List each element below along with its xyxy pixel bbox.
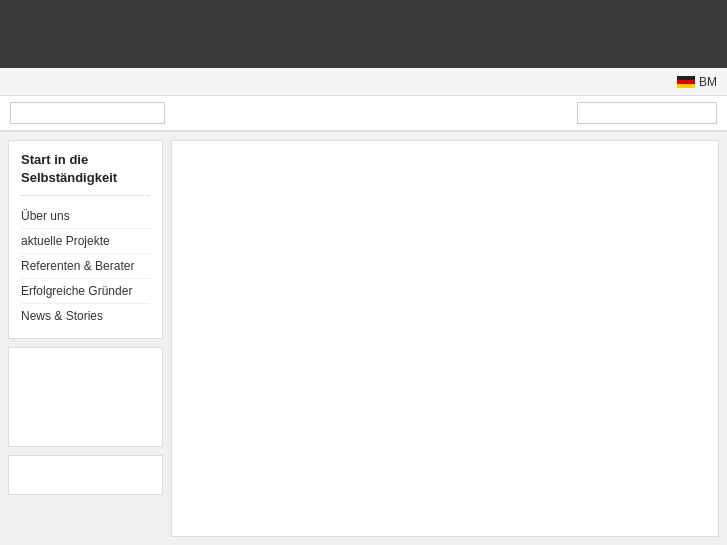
nav-left [10, 102, 165, 124]
sidebar: Start in die Selbständigkeit Über uns ak… [8, 140, 163, 537]
sidebar-nav-box: Start in die Selbständigkeit Über uns ak… [8, 140, 163, 339]
nav-bar [0, 96, 727, 132]
flag-icon [677, 76, 695, 88]
sub-header: BM [0, 68, 727, 96]
nav-search-input-right[interactable] [577, 102, 717, 124]
sidebar-box-secondary [8, 347, 163, 447]
sidebar-item-referenten-berater[interactable]: Referenten & Berater [21, 254, 150, 279]
nav-search-input-left[interactable] [10, 102, 165, 124]
top-header [0, 0, 727, 68]
sidebar-item-erfolgreiche-gruender[interactable]: Erfolgreiche Gründer [21, 279, 150, 304]
sidebar-nav-title: Start in die Selbständigkeit [21, 151, 150, 196]
language-selector[interactable]: BM [677, 75, 717, 89]
lang-label: BM [699, 75, 717, 89]
sidebar-item-aktuelle-projekte[interactable]: aktuelle Projekte [21, 229, 150, 254]
content-area [171, 140, 719, 537]
main-layout: Start in die Selbständigkeit Über uns ak… [0, 132, 727, 545]
sidebar-item-news-stories[interactable]: News & Stories [21, 304, 150, 328]
sidebar-item-uber-uns[interactable]: Über uns [21, 204, 150, 229]
sidebar-box-tertiary [8, 455, 163, 495]
nav-right [577, 102, 717, 124]
